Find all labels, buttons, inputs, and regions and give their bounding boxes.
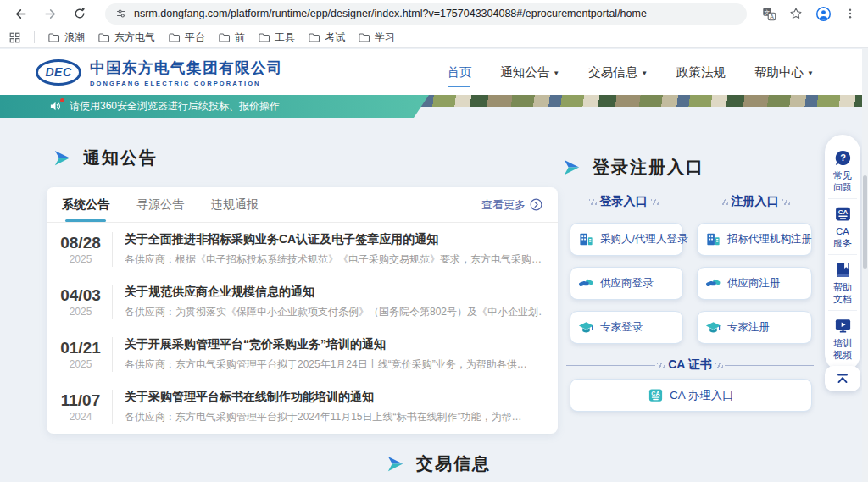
register-button-icon: [705, 231, 721, 247]
url-text[interactable]: nsrm.dongfang.com/platform/runtime/epp/d…: [134, 8, 647, 19]
notice-body: 关于开展采购管理平台“竞价采购业务”培训的通知 各供应商：东方电气采购管理平台拟…: [112, 337, 542, 372]
nav-item[interactable]: 首页 ▼: [447, 49, 471, 95]
company-name-cn: 中国东方电气集团有限公司: [90, 58, 283, 78]
notice-date-year: 2024: [57, 411, 104, 423]
register-button[interactable]: 专家注册: [697, 311, 812, 344]
dec-logo-mark: DEC: [36, 59, 81, 86]
bookmark-folder[interactable]: 工具: [258, 30, 295, 45]
register-subheader-label: 注册入口: [732, 194, 779, 209]
reload-icon[interactable]: [73, 7, 86, 20]
bookmark-label: 考试: [325, 30, 345, 45]
bookmark-star-icon[interactable]: [789, 7, 803, 20]
sidebar-item-label: 问题: [833, 181, 852, 193]
bookmark-folder[interactable]: 东方电气: [97, 30, 155, 45]
browser-toolbar: nsrm.dongfang.com/platform/runtime/epp/d…: [0, 0, 868, 27]
decorative-slashes: [721, 199, 728, 205]
login-subheader-label: 登录入口: [600, 194, 648, 209]
bookmark-label: 前: [235, 30, 245, 45]
notice-item[interactable]: 01/21 2025 关于开展采购管理平台“竞价采购业务”培训的通知 各供应商：…: [47, 328, 558, 380]
notice-date: 01/21 2025: [57, 339, 104, 370]
nav-item[interactable]: 通知公告 ▼: [500, 49, 559, 95]
sidebar-item-label: 服务: [833, 237, 852, 249]
notice-item[interactable]: 11/07 2024 关于采购管理平台标书在线制作功能培训的通知 各供应商：东方…: [47, 380, 558, 433]
scrollbar-thumb[interactable]: [863, 175, 867, 269]
register-button-column: 招标代理机构注册 供应商注册 专家注册: [697, 223, 812, 344]
back-to-top-button[interactable]: [825, 366, 860, 391]
notice-item[interactable]: 08/28 2025 关于全面推进非招标采购业务CA认证及电子签章应用的通知 各…: [47, 223, 558, 275]
bookmark-label: 平台: [185, 30, 205, 45]
decorative-slashes: [651, 199, 659, 205]
sidebar-item[interactable]: CA CA 服务: [828, 198, 857, 254]
ticker-text: 请使用360安全浏览器进行后续投标、报价操作: [70, 99, 280, 114]
bookmarks-bar: 浪潮 东方电气 平台: [0, 27, 868, 47]
forward-icon[interactable]: [43, 7, 58, 21]
register-button-label: 专家注册: [727, 320, 770, 335]
bookmark-folder[interactable]: 考试: [308, 30, 345, 45]
notice-date-monthday: 04/03: [57, 286, 104, 305]
login-button[interactable]: 供应商登录: [570, 267, 683, 300]
register-subheader: 注册入口: [696, 194, 814, 209]
nav-item[interactable]: 帮助中心 ▼: [754, 49, 814, 95]
section-title: 交易信息: [416, 452, 491, 475]
register-button[interactable]: 供应商注册: [697, 267, 812, 300]
login-button-icon: [578, 319, 594, 335]
svg-text:?: ?: [840, 152, 846, 163]
login-button-icon: [578, 275, 594, 291]
folder-icon: [47, 31, 60, 44]
bookmark-folder[interactable]: 浪潮: [47, 30, 85, 45]
sidebar-item-label: 帮助: [833, 281, 852, 293]
notice-title: 关于采购管理平台标书在线制作功能培训的通知: [125, 390, 542, 405]
bookmark-label: 东方电气: [114, 30, 155, 45]
login-button[interactable]: 采购人/代理人登录: [570, 223, 683, 256]
ca-entry-button[interactable]: CA CA 办理入口: [570, 379, 812, 412]
bookmark-folder[interactable]: 平台: [168, 30, 205, 45]
bookmark-folder[interactable]: 前: [218, 30, 245, 45]
bookmark-label: 工具: [275, 30, 295, 45]
view-more-link[interactable]: 查看更多: [481, 197, 542, 213]
url-bar[interactable]: nsrm.dongfang.com/platform/runtime/epp/d…: [105, 3, 747, 25]
login-button-icon: [578, 231, 594, 247]
login-section-heading: 登录注册入口: [562, 156, 704, 179]
svg-text:CA: CA: [651, 391, 659, 397]
notice-tab[interactable]: 系统公告: [62, 187, 109, 222]
register-button-icon: [705, 275, 721, 291]
bookmark-folder[interactable]: 学习: [358, 30, 395, 45]
decorative-line: [660, 202, 683, 202]
decorative-line: [696, 202, 719, 202]
folder-icon: [308, 31, 320, 44]
folder-icon: [258, 31, 270, 44]
folder-icon: [358, 31, 370, 44]
sidebar-item-label: 常见: [833, 169, 852, 181]
site-header: DEC 中国东方电气集团有限公司 DONGFANG ELECTRIC CORPO…: [0, 49, 868, 95]
svg-text:CA: CA: [837, 208, 848, 216]
menu-kebab-icon[interactable]: [844, 7, 856, 20]
translate-icon[interactable]: 文A: [762, 7, 776, 21]
nav-item-label: 帮助中心: [754, 64, 804, 80]
sidebar-item-icon: ?: [834, 149, 852, 167]
sidebar-item-label: CA: [836, 225, 849, 237]
back-icon[interactable]: [14, 7, 28, 21]
register-button[interactable]: 招标代理机构注册: [697, 223, 812, 256]
notice-item[interactable]: 04/03 2025 关于规范供应商企业规模信息的通知 各供应商：为贯彻落实《保…: [47, 275, 558, 328]
ca-badge-icon: CA: [648, 387, 664, 403]
sidebar-item[interactable]: ? 常见 问题: [828, 143, 857, 198]
section-arrow-icon: [386, 454, 405, 474]
login-button[interactable]: 专家登录: [570, 311, 683, 344]
screen: nsrm.dongfang.com/platform/runtime/epp/d…: [0, 0, 868, 482]
notice-date-year: 2025: [57, 358, 104, 370]
notification-dot: [60, 98, 64, 102]
nav-item[interactable]: 政策法规 ▼: [676, 49, 726, 95]
chevron-down-icon: ▼: [641, 69, 648, 77]
decorative-slashes: [589, 199, 597, 205]
apps-grid-icon[interactable]: [8, 31, 21, 44]
notice-tab[interactable]: 违规通报: [211, 187, 259, 222]
announcement-ticker: 请使用360安全浏览器进行后续投标、报价操作: [0, 95, 429, 118]
sidebar-item[interactable]: 帮助 文档: [828, 254, 857, 310]
company-logo[interactable]: DEC 中国东方电气集团有限公司 DONGFANG ELECTRIC CORPO…: [36, 58, 283, 87]
site-settings-icon[interactable]: [115, 8, 127, 19]
notice-date-monthday: 11/07: [57, 391, 104, 410]
profile-icon[interactable]: [815, 6, 832, 22]
notice-tab[interactable]: 寻源公告: [136, 187, 184, 222]
sidebar-item[interactable]: 培训 视频: [828, 310, 857, 366]
nav-item[interactable]: 交易信息 ▼: [588, 49, 648, 95]
